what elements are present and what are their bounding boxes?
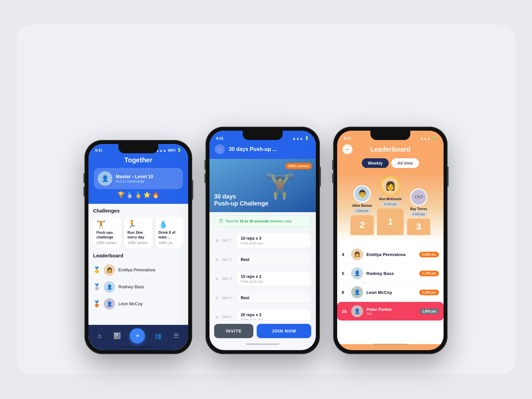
p3-avatar-15: 👤 [351,305,363,317]
p2-header: ← 30 days Push-up ... [209,142,316,159]
p3-lb-15[interactable]: 15 👤 Peter Parker You 1,000 pts [337,302,444,321]
day-label-2: DAY 2 [222,258,233,262]
day-item-3: DAY 3 15 reps x 3 Knee push-ups [214,268,311,290]
home-indicator-3 [374,343,407,345]
challenge-icon-1: 🏋️ [96,220,118,229]
lb-item-3[interactable]: 🥉 👤 Leon McCoy [93,296,184,313]
p3-pts-6: 1,250 pts [419,290,439,295]
podium-block-2: 2 [350,215,374,235]
leaderboard-title: Leaderboard [93,253,184,258]
lb-medal-2: 🥈 [93,283,100,291]
p2-title: 30 days Push-up ... [229,146,311,152]
day-exercise-5: 20 reps x 3 [241,313,307,317]
day-dot-4 [215,297,218,299]
time-1: 9:41 [95,148,102,152]
tab-weekly[interactable]: Weekly [362,158,389,168]
p3-pts-5: 1,750 pts [419,271,439,276]
p1-content: Challenges 🏋️ Push ups challenge 1000+ j… [88,204,188,317]
p3-name-block-15: Peter Parker You [366,307,416,316]
challenge-card-2[interactable]: 🏃 Run 2km every day 1000+ joiners [124,217,152,248]
challenge-joiners-1: 1000+ joiners [96,241,118,245]
p1-leaderboard: Leaderboard 🥇 👩 Emiliya Perevalova 🥈 👤 R… [93,253,184,313]
tab-alltime[interactable]: All time [391,158,419,168]
p3-name-5: Rodney Bass [366,271,416,276]
phone-3: 9:41 ▲▲▲ 🔋 ← Leaderboard Weekly All time [333,127,448,354]
day-exercise-2: Rest [241,257,307,262]
join-button[interactable]: JOIN NOW [257,324,311,338]
p3-avatar-4: 👩 [351,248,363,260]
lb-avatar-3: 👤 [104,298,115,310]
day-label-3: DAY 3 [222,277,233,281]
p1-badges: 🏆 🥈 🥇 ⭐ 🔥 [94,191,183,199]
challenge-card-3[interactable]: 💧 Drink 8 of wate... 1000+ joi... [155,217,184,248]
p3-rank-6: 6 [342,290,348,295]
challenge-name-2: Run 2km every day [127,230,149,240]
nav-menu[interactable]: ☰ [171,331,182,341]
time-2: 9:41 [216,136,223,140]
day-card-1: 10 reps x 3 Knee push-ups [237,233,311,248]
rest-text: Rest for 15 to 30 seconds between sets [226,219,292,223]
p3-header: ← Leaderboard [337,142,444,158]
p3-pts-4: 2,000 pts [419,252,439,257]
p3-name-block-4: Emiliya Perevalova [366,252,416,257]
back-button-2[interactable]: ← [215,144,225,154]
nav-home[interactable]: ⌂ [95,331,104,341]
p3-lb-6[interactable]: 6 👤 Leon McCoy 1,250 pts [342,283,439,302]
podium-block-1: 1 [377,208,404,235]
podium-pts-3: 2,500 pts [410,212,427,216]
p1-profile-info: Master - Level 10 #12 in community [116,174,179,183]
status-icons-3: ▲▲▲ 🔋 [420,136,437,140]
lb-item-1[interactable]: 🥇 👩 Emiliya Perevalova [93,262,184,279]
p3-avatar-6: 👤 [351,286,363,298]
lb-name-2: Rodney Bass [118,284,144,289]
status-icons-2: ▲▲▲ 🔋 [292,136,309,140]
day-card-5: 20 reps x 3 Knee push-ups [237,310,311,320]
rest-banner: ⏱ Rest for 15 to 30 seconds between sets [214,215,311,227]
notch-1 [118,144,158,153]
p3-rank-4: 4 [342,252,348,257]
back-button-3[interactable]: ← [342,144,352,154]
challenge-joiners-3: 1000+ joi... [159,241,180,245]
notch-2 [243,131,283,140]
nav-chart[interactable]: 📊 [111,331,123,341]
lb-medal-1: 🥇 [93,266,100,274]
p3-lb-4[interactable]: 4 👩 Emiliya Perevalova 2,000 pts [342,245,439,264]
day-card-2: Rest [237,255,311,265]
podium-pts-1: 5,750 pts [382,202,399,206]
p1-avatar: 👤 [98,171,112,186]
challenge-icon-3: 💧 [159,220,180,229]
p3-avatar-5: 👤 [351,267,363,279]
day-dot-1 [215,239,218,242]
p3-name-15: Peter Parker [366,307,416,312]
p3-name-6: Leon McCoy [366,290,416,295]
day-item-1: DAY 1 10 reps x 3 Knee push-ups [214,230,311,251]
lb-name-3: Leon McCoy [118,301,143,306]
day-exercise-4: Rest [241,296,307,300]
day-item-5: DAY 5 20 reps x 3 Knee push-ups [214,307,311,320]
invite-button[interactable]: INVITE [214,324,253,338]
p1-title: Together [94,156,183,164]
p3-name-block-6: Leon McCoy [366,290,416,295]
lb-item-2[interactable]: 🥈 👤 Rodney Bass [93,279,184,296]
p3-sub-15: You [366,312,416,316]
nav-people[interactable]: 👥 [152,331,164,341]
notch-3 [370,131,410,140]
day-item-2: DAY 2 Rest [214,251,311,268]
p3-list: 4 👩 Emiliya Perevalova 2,000 pts 5 👤 Rod… [337,242,444,344]
podium-avatar-3: 👓 [410,189,427,206]
p3-lb-5[interactable]: 5 👤 Rodney Bass 1,750 pts [342,264,439,283]
day-type-1: Knee push-ups [241,241,307,245]
day-card-4: Rest [237,293,311,303]
nav-plus[interactable]: + [130,328,145,343]
p1-level: Master - Level 10 [116,174,179,179]
challenges-title: Challenges [93,208,184,213]
day-item-4: DAY 4 Rest [214,290,311,307]
lb-medal-3: 🥉 [93,300,100,308]
p1-profile-card: 👤 Master - Level 10 #12 in community [94,168,183,189]
p3-name-4: Emiliya Perevalova [366,252,416,257]
challenge-hero: 🏋️ 30 daysPush-up Challenge 1000+ joiner… [209,159,316,212]
lb-name-1: Emiliya Perevalova [118,267,155,272]
phone-2: 9:41 ▲▲▲ 🔋 ← 30 days Push-up ... 🏋️ 30 d [205,127,320,354]
p3-rank-15: 15 [342,309,348,314]
challenge-card-1[interactable]: 🏋️ Push ups challenge 1000+ joiners [93,217,121,248]
